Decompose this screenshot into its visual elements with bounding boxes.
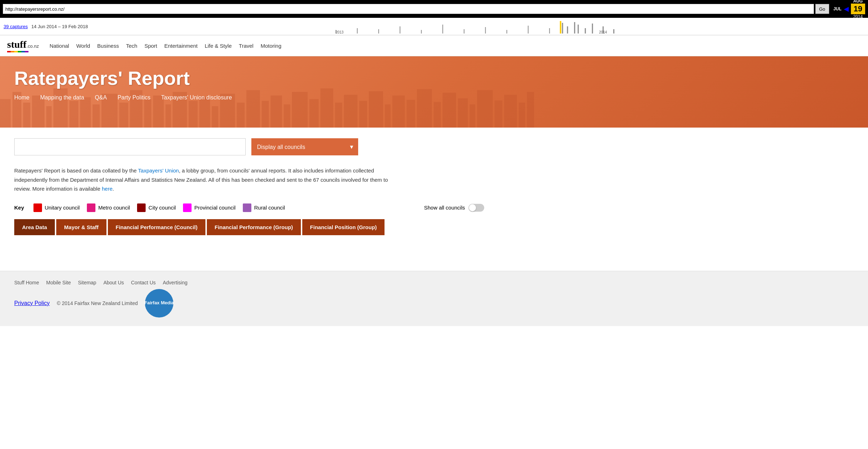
- svg-rect-1: [357, 28, 357, 33]
- tab-row: Area Data Mayor & Staff Financial Perfor…: [14, 219, 484, 235]
- page-title: Ratepayers' Report: [14, 67, 854, 89]
- footer-about-us[interactable]: About Us: [103, 280, 124, 285]
- bar-blue: [21, 51, 25, 52]
- legend-metro: Metro council: [87, 203, 130, 212]
- search-row: Display all councils Unitary councils Me…: [14, 138, 484, 155]
- main-content: Display all councils Unitary councils Me…: [0, 128, 498, 257]
- svg-rect-44: [262, 101, 269, 128]
- cal-month-aug: AUG: [853, 0, 863, 4]
- show-all-container: Show all councils: [424, 204, 484, 212]
- show-all-label: Show all councils: [424, 205, 465, 211]
- legend-row: Key Unitary council Metro council City c…: [14, 203, 484, 212]
- logo-color-bar: [7, 51, 28, 52]
- nav-world[interactable]: World: [76, 43, 90, 49]
- bar-purple: [25, 51, 28, 52]
- hero-nav-home[interactable]: Home: [14, 94, 30, 101]
- search-input[interactable]: [14, 138, 246, 155]
- nav-business[interactable]: Business: [97, 43, 119, 49]
- svg-rect-40: [212, 106, 218, 128]
- here-link[interactable]: here: [102, 186, 113, 192]
- svg-rect-11: [560, 21, 561, 33]
- hero-nav-disclosure[interactable]: Taxpayers' Union disclosure: [161, 94, 232, 101]
- hero-nav-mapping[interactable]: Mapping the data: [40, 94, 84, 101]
- fairfax-line1: Fairfax: [144, 300, 160, 306]
- bar-green: [18, 51, 21, 52]
- svg-rect-26: [46, 106, 52, 128]
- captures-link[interactable]: 39 captures: [4, 24, 28, 29]
- svg-rect-19: [613, 29, 614, 33]
- footer-links-row: Stuff Home Mobile Site Sitemap About Us …: [14, 280, 854, 285]
- tab-financial-performance-council[interactable]: Financial Performance (Council): [108, 219, 205, 235]
- svg-text:2014: 2014: [599, 30, 607, 33]
- svg-rect-63: [495, 100, 502, 128]
- footer-privacy-policy[interactable]: Privacy Policy: [14, 300, 50, 306]
- svg-rect-10: [549, 28, 550, 33]
- legend-unitary-label: Unitary council: [45, 205, 80, 211]
- footer-stuff-home[interactable]: Stuff Home: [14, 280, 39, 285]
- tab-area-data[interactable]: Area Data: [14, 219, 55, 235]
- swatch-rural: [243, 203, 251, 212]
- cal-day: 19: [851, 4, 865, 14]
- fairfax-logo: Fairfax Media: [145, 289, 173, 318]
- swatch-city: [137, 203, 146, 212]
- swatch-metro: [87, 203, 95, 212]
- svg-rect-65: [519, 103, 525, 128]
- legend-provincial-label: Provincial council: [194, 205, 236, 211]
- svg-rect-12: [562, 23, 563, 33]
- nav-travel[interactable]: Travel: [239, 43, 253, 49]
- nav-tech[interactable]: Tech: [126, 43, 137, 49]
- legend-provincial: Provincial council: [183, 203, 236, 212]
- fairfax-line2: Media: [161, 300, 174, 306]
- wayback-captures-bar: 39 captures 14 Jun 2014 – 19 Feb 2018 20…: [0, 18, 868, 35]
- wayback-calendar: JUL ◀ AUG 19 2014: [833, 0, 865, 19]
- legend-key-label: Key: [14, 205, 24, 211]
- footer-advertising[interactable]: Advertising: [163, 280, 187, 285]
- hero-banner: Ratepayers' Report Home Mapping the data…: [0, 56, 868, 128]
- legend-rural-label: Rural council: [254, 205, 285, 211]
- nav-lifestyle[interactable]: Life & Style: [205, 43, 232, 49]
- desc-text-after: .: [113, 186, 114, 192]
- svg-rect-61: [470, 104, 475, 128]
- svg-rect-36: [166, 104, 171, 128]
- footer-contact-us[interactable]: Contact Us: [131, 280, 156, 285]
- tab-financial-performance-group[interactable]: Financial Performance (Group): [207, 219, 301, 235]
- svg-rect-7: [485, 27, 486, 33]
- footer: Stuff Home Mobile Site Sitemap About Us …: [0, 271, 868, 326]
- nav-motoring[interactable]: Motoring: [261, 43, 281, 49]
- wayback-url-input[interactable]: [3, 4, 814, 14]
- logo-container: stuff.co.nz: [7, 39, 39, 52]
- cal-prev-arrow[interactable]: ◀: [844, 5, 849, 13]
- taxpayers-union-link[interactable]: Taxpayers' Union: [138, 167, 179, 174]
- svg-rect-14: [574, 22, 575, 33]
- svg-rect-60: [458, 98, 468, 128]
- footer-sitemap[interactable]: Sitemap: [78, 280, 96, 285]
- nav-entertainment[interactable]: Entertainment: [164, 43, 198, 49]
- logo-link[interactable]: stuff.co.nz: [7, 43, 39, 49]
- svg-rect-6: [464, 29, 464, 33]
- svg-rect-24: [23, 103, 30, 128]
- display-councils-dropdown[interactable]: Display all councils Unitary councils Me…: [251, 138, 358, 155]
- svg-rect-3: [399, 26, 400, 33]
- footer-mobile-site[interactable]: Mobile Site: [46, 280, 71, 285]
- svg-rect-39: [199, 97, 210, 128]
- tab-financial-position-group[interactable]: Financial Position (Group): [302, 219, 385, 235]
- wayback-go-button[interactable]: Go: [815, 4, 829, 14]
- tab-mayor-staff[interactable]: Mayor & Staff: [56, 219, 106, 235]
- cal-month-jul: JUL: [833, 6, 842, 11]
- desc-text-before: Ratepayers' Report is based on data coll…: [14, 167, 138, 174]
- svg-rect-29: [80, 97, 91, 128]
- cal-year-2014: 2014: [853, 14, 863, 19]
- timeline-chart: 2013 2014: [95, 19, 861, 33]
- show-all-toggle[interactable]: [469, 204, 484, 212]
- hero-nav-party[interactable]: Party Politics: [117, 94, 150, 101]
- wayback-toolbar: Go JUL ◀ AUG 19 2014: [0, 0, 868, 18]
- nav-national[interactable]: National: [49, 43, 69, 49]
- legend-metro-label: Metro council: [98, 205, 130, 211]
- svg-rect-30: [93, 104, 100, 128]
- svg-rect-34: [144, 99, 151, 128]
- hero-nav-qa[interactable]: Q&A: [95, 94, 107, 101]
- nav-sport[interactable]: Sport: [145, 43, 157, 49]
- svg-rect-17: [592, 24, 593, 33]
- svg-rect-46: [284, 104, 290, 128]
- main-nav: National World Business Tech Sport Enter…: [49, 43, 281, 49]
